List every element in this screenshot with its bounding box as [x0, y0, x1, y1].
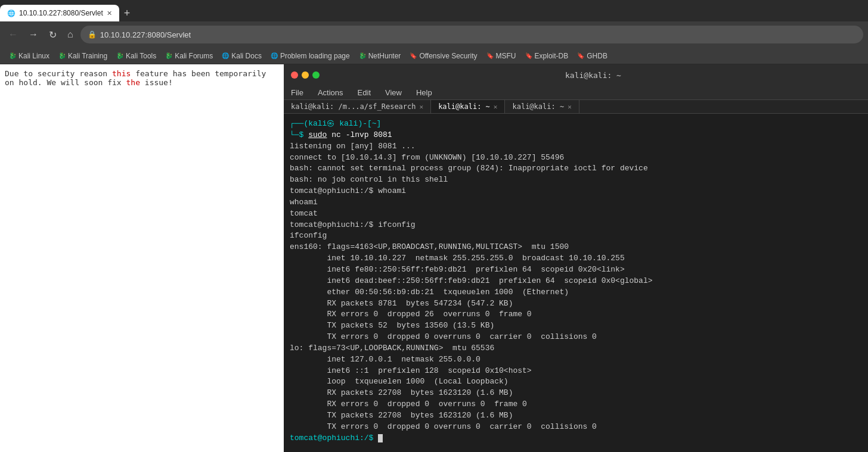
terminal-tab-3-label: kali@kali: ~: [512, 102, 564, 111]
menu-file[interactable]: File: [289, 87, 306, 98]
menu-view[interactable]: View: [383, 87, 404, 98]
menu-edit[interactable]: Edit: [355, 87, 373, 98]
bookmark-label: Exploit-DB: [535, 52, 569, 60]
terminal-line: RX packets 22708 bytes 1623120 (1.6 MB): [290, 388, 862, 399]
bookmarks-bar: 🐉Kali Linux🐉Kali Training🐉Kali Tools🐉Kal…: [0, 48, 868, 64]
bookmark-label: Kali Forums: [175, 52, 213, 60]
bookmark-icon: 🔖: [486, 52, 494, 60]
terminal-tab-1-label: kali@kali: /m...a/sf_Research: [291, 102, 416, 111]
bookmark-item[interactable]: 🐉Kali Forums: [161, 51, 216, 61]
terminal-line: bash: cannot set terminal process group …: [290, 163, 862, 174]
bookmark-label: Kali Training: [68, 52, 107, 60]
terminal-tab-3-close[interactable]: ✕: [568, 103, 572, 111]
reload-button[interactable]: ↻: [45, 27, 60, 43]
bookmark-item[interactable]: 🔖MSFU: [482, 51, 520, 61]
terminal-line: tomcat@ophiuchi:/$ whoami: [290, 186, 862, 197]
terminal-line: TX packets 52 bytes 13560 (13.5 KB): [290, 320, 862, 332]
terminal-line: RX errors 0 dropped 26 overruns 0 frame …: [290, 309, 862, 320]
new-tab-button[interactable]: +: [119, 5, 135, 21]
terminal-line: tomcat@ophiuchi:/$ ifconfig: [290, 220, 862, 231]
terminal-line: whoami: [290, 197, 862, 208]
terminal-line: TX packets 22708 bytes 1623120 (1.6 MB): [290, 410, 862, 422]
browser-chrome: 🌐 10.10.10.227:8080/Servlet ✕ + ← → ↻ ⌂ …: [0, 0, 868, 64]
address-path: :8080/Servlet: [145, 30, 191, 39]
tab-bar: 🌐 10.10.10.227:8080/Servlet ✕ +: [0, 0, 868, 21]
bookmark-label: Problem loading page: [280, 52, 350, 60]
security-notice: Due to security reason this feature has …: [5, 69, 279, 87]
terminal-menu: File Actions Edit View Help: [284, 86, 868, 100]
address-host: 10.10.10.227: [100, 30, 145, 39]
terminal-controls: [291, 71, 320, 79]
bookmark-item[interactable]: 🔖Offensive Security: [405, 51, 480, 61]
bookmark-icon: 🌐: [270, 52, 278, 60]
bookmark-item[interactable]: 🐉Kali Linux: [5, 51, 53, 61]
bookmark-item[interactable]: 🌐Kali Docs: [218, 51, 265, 61]
tab-title: 10.10.10.227:8080/Servlet: [19, 9, 103, 17]
bookmark-icon: 🔖: [525, 52, 533, 60]
notice-highlight-2: the: [126, 78, 140, 87]
terminal-line: listening on [any] 8081 ...: [290, 141, 862, 152]
terminal-close-button[interactable]: [291, 71, 298, 79]
terminal-window: kali@kali: ~ File Actions Edit View Help…: [284, 64, 868, 452]
terminal-title: kali@kali: ~: [326, 71, 861, 80]
back-button[interactable]: ←: [5, 27, 21, 42]
bookmark-item[interactable]: 🔖Exploit-DB: [521, 51, 572, 61]
notice-text-1: Due to security reason: [5, 69, 112, 78]
bookmark-label: MSFU: [496, 52, 516, 60]
terminal-line: inet6 fe80::250:56ff:feb9:db21 prefixlen…: [290, 264, 862, 276]
notice-highlight: this: [112, 69, 131, 78]
terminal-line: └─$ sudo nc -lnvp 8081: [290, 130, 862, 141]
address-text: 10.10.10.227:8080/Servlet: [100, 30, 191, 39]
terminal-tab-2-close[interactable]: ✕: [494, 103, 498, 111]
bookmark-icon: 🔖: [409, 52, 417, 60]
bookmark-label: Offensive Security: [419, 52, 477, 60]
bookmark-item[interactable]: 🌐Problem loading page: [266, 51, 354, 61]
bookmark-icon: 🐉: [116, 52, 124, 60]
terminal-body[interactable]: ┌──(kali㉿ kali)-[~]└─$ sudo nc -lnvp 808…: [284, 114, 868, 452]
menu-actions[interactable]: Actions: [315, 87, 346, 98]
bookmark-label: GHDB: [587, 52, 607, 60]
bookmark-item[interactable]: 🐉Kali Training: [54, 51, 111, 61]
terminal-cursor: [378, 434, 383, 442]
terminal-tab-3[interactable]: kali@kali: ~ ✕: [505, 100, 579, 113]
terminal-line: tomcat: [290, 208, 862, 220]
address-bar[interactable]: 🔒 10.10.10.227:8080/Servlet: [80, 26, 863, 43]
forward-button[interactable]: →: [25, 27, 42, 42]
terminal-tabs: kali@kali: /m...a/sf_Research ✕ kali@kal…: [284, 100, 868, 114]
bookmark-icon: 🐉: [358, 52, 367, 60]
tab-active[interactable]: 🌐 10.10.10.227:8080/Servlet ✕: [0, 5, 119, 21]
terminal-line: RX errors 0 dropped 0 overruns 0 frame 0: [290, 399, 862, 410]
terminal-line: ether 00:50:56:b9:db:21 txqueuelen 1000 …: [290, 287, 862, 298]
terminal-line: TX errors 0 dropped 0 overruns 0 carrier…: [290, 422, 862, 433]
bookmark-label: NetHunter: [368, 52, 401, 60]
terminal-tab-1[interactable]: kali@kali: /m...a/sf_Research ✕: [284, 100, 431, 113]
terminal-titlebar: kali@kali: ~: [284, 64, 868, 86]
terminal-line: RX packets 8781 bytes 547234 (547.2 KB): [290, 298, 862, 310]
bookmark-label: Kali Tools: [126, 52, 156, 60]
terminal-line: inet6 dead:beef::250:56ff:feb9:db21 pref…: [290, 276, 862, 287]
terminal-minimize-button[interactable]: [302, 71, 309, 79]
terminal-tab-1-close[interactable]: ✕: [420, 103, 424, 111]
terminal-line: ens160: flags=4163<UP,BROADCAST,RUNNING,…: [290, 242, 862, 253]
bookmark-item[interactable]: 🐉NetHunter: [355, 51, 405, 61]
bookmark-icon: 🔖: [576, 52, 585, 60]
page-left: Due to security reason this feature has …: [0, 64, 284, 452]
tab-favicon: 🌐: [7, 10, 16, 17]
terminal-tab-2[interactable]: kali@kali: ~ ✕: [431, 100, 505, 113]
terminal-line: loop txqueuelen 1000 (Local Loopback): [290, 376, 862, 388]
terminal-line: inet6 ::1 prefixlen 128 scopeid 0x10<hos…: [290, 366, 862, 377]
home-button[interactable]: ⌂: [64, 27, 77, 42]
bookmark-icon: 🐉: [58, 52, 66, 60]
terminal-maximize-button[interactable]: [312, 71, 320, 79]
menu-help[interactable]: Help: [414, 87, 435, 98]
tab-close-button[interactable]: ✕: [107, 10, 112, 17]
terminal-line: ifconfig: [290, 230, 862, 242]
bookmark-item[interactable]: 🔖GHDB: [573, 51, 611, 61]
terminal-line: tomcat@ophiuchi:/$: [290, 433, 862, 444]
terminal-tab-2-label: kali@kali: ~: [438, 102, 490, 111]
bookmark-item[interactable]: 🐉Kali Tools: [112, 51, 160, 61]
security-icon: 🔒: [88, 30, 97, 39]
terminal-line: connect to [10.10.14.3] from (UNKNOWN) […: [290, 152, 862, 164]
bookmark-label: Kali Docs: [231, 52, 262, 60]
nav-bar: ← → ↻ ⌂ 🔒 10.10.10.227:8080/Servlet: [0, 21, 868, 48]
